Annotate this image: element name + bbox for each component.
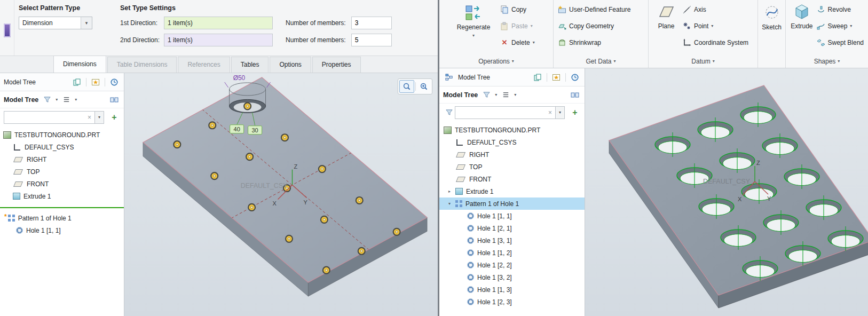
tree-item-plane-front[interactable]: FRONT	[439, 173, 585, 185]
sweep-button[interactable]: Sweep▾	[815, 18, 865, 34]
dir2-collector[interactable]: 1 item(s)	[164, 34, 273, 46]
add-filter-button[interactable]: +	[108, 112, 120, 123]
tab-references[interactable]: References	[178, 57, 230, 73]
csys-name-label[interactable]: DEFAULT_CSY	[241, 182, 288, 189]
zoom-button[interactable]	[399, 80, 414, 93]
tree-item-plane-top[interactable]: TOP	[0, 165, 124, 178]
revolve-button[interactable]: Revolve	[815, 1, 865, 18]
group-datum[interactable]: Datum▾	[649, 54, 758, 68]
pattern-member-dot[interactable]	[358, 248, 365, 255]
increment-dimension-1[interactable]: 40	[230, 125, 244, 133]
history-clock-icon[interactable]	[569, 72, 581, 83]
tab-dimensions[interactable]: Dimensions	[53, 56, 106, 73]
tab-options[interactable]: Options	[270, 57, 311, 73]
chevron-down-icon[interactable]: ▾	[56, 97, 58, 102]
zoom-in-button[interactable]	[417, 81, 431, 92]
clear-search-icon[interactable]: ×	[545, 109, 555, 116]
tree-columns-icon[interactable]	[500, 90, 511, 100]
delete-button[interactable]: ✕Delete▾	[499, 34, 550, 51]
clear-search-icon[interactable]: ×	[84, 114, 94, 121]
history-clock-icon[interactable]	[108, 77, 120, 88]
tab-tables[interactable]: Tables	[231, 57, 269, 73]
members1-input[interactable]	[351, 17, 392, 29]
tree-item-hole[interactable]: Hole 1 [1, 2]	[439, 247, 585, 259]
tree-item-hole[interactable]: Hole 1 [2, 3]	[439, 296, 585, 308]
pattern-member-dot[interactable]	[393, 228, 400, 235]
tree-item-plane-right[interactable]: RIGHT	[0, 153, 124, 165]
tree-item-plane-front[interactable]: FRONT	[0, 178, 124, 190]
tree-item-part[interactable]: TESTBUTTONGROUND.PRT	[439, 124, 585, 136]
group-get-data[interactable]: Get Data▾	[554, 54, 649, 68]
tab-properties[interactable]: Properties	[312, 57, 361, 73]
chevron-down-icon[interactable]: ▾	[850, 23, 852, 28]
chevron-down-icon[interactable]: ▾	[531, 23, 533, 28]
swept-blend-button[interactable]: Swept Blend	[815, 34, 865, 51]
pattern-member-dot[interactable]	[246, 153, 253, 160]
left-3d-scene[interactable]: Ø50	[124, 73, 438, 316]
copy-button[interactable]: Copy	[499, 1, 550, 18]
copy-geometry-button[interactable]: Copy Geometry	[556, 18, 645, 34]
pattern-member-dot[interactable]	[323, 267, 330, 274]
axis-button[interactable]: Axis	[681, 1, 750, 18]
pattern-member-dot[interactable]	[244, 102, 251, 109]
chevron-down-icon[interactable]: ▾	[472, 33, 475, 38]
chevron-down-icon[interactable]: ▾	[711, 23, 713, 28]
coordinate-system-button[interactable]: Coordinate System	[681, 34, 750, 51]
pattern-type-select[interactable]: Dimension ▾	[19, 17, 92, 29]
members2-input[interactable]	[351, 34, 392, 46]
tree-settings-icon[interactable]	[569, 90, 581, 100]
search-options-dropdown[interactable]: ▾	[95, 111, 104, 124]
chevron-down-icon[interactable]: ▾	[533, 40, 535, 45]
tree-item-extrude[interactable]: ▸Extrude 1	[439, 185, 585, 198]
tree-item-hole[interactable]: Hole 1 [3, 2]	[439, 271, 585, 283]
tree-item-hole[interactable]: Hole 1 [1, 1]	[0, 224, 124, 236]
expand-arrow-icon[interactable]: ▸	[447, 189, 452, 194]
chevron-down-icon[interactable]: ▾	[75, 97, 77, 102]
tree-item-csys[interactable]: DEFAULT_CSYS	[0, 141, 124, 153]
shrinkwrap-button[interactable]: Shrinkwrap	[556, 34, 645, 51]
filter-funnel-icon[interactable]	[443, 107, 455, 118]
search-options-dropdown[interactable]: ▾	[556, 106, 565, 119]
pattern-member-dot[interactable]	[173, 141, 180, 148]
tree-columns-icon[interactable]	[60, 94, 72, 105]
right-3d-scene[interactable]: Z X Y DEFAULT_CSY	[585, 68, 868, 316]
extrude-button[interactable]: Extrude	[788, 0, 815, 54]
chevron-down-icon[interactable]: ▾	[514, 92, 516, 97]
chevron-down-icon[interactable]: ▾	[495, 92, 497, 97]
pattern-member-dot[interactable]	[209, 122, 216, 129]
pattern-member-dot[interactable]	[356, 197, 363, 204]
group-shapes[interactable]: Shapes▾	[786, 54, 868, 68]
model-tree-tab-label[interactable]: Model Tree	[458, 74, 490, 81]
tree-item-hole[interactable]: Hole 1 [2, 1]	[439, 222, 585, 234]
pattern-member-dot[interactable]	[319, 165, 326, 172]
pattern-member-dot[interactable]	[281, 134, 288, 141]
collapse-arrow-icon[interactable]: ▾	[447, 201, 452, 206]
left-3d-viewport[interactable]: Ø50	[124, 73, 438, 316]
tree-item-plane-top[interactable]: TOP	[439, 161, 585, 173]
tree-item-hole[interactable]: Hole 1 [1, 3]	[439, 283, 585, 296]
tab-table-dimensions[interactable]: Table Dimensions	[107, 57, 177, 73]
model-tree-tab-label[interactable]: Model Tree	[4, 78, 36, 86]
tree-item-hole[interactable]: Hole 1 [2, 2]	[439, 259, 585, 271]
add-filter-button[interactable]: +	[569, 107, 581, 118]
point-button[interactable]: Point▾	[681, 18, 750, 34]
tree-item-extrude[interactable]: Extrude 1	[0, 190, 124, 202]
pattern-member-dot[interactable]	[211, 172, 218, 179]
tree-item-pattern-selected[interactable]: ▾Pattern 1 of Hole 1	[439, 198, 585, 210]
insert-locator-line[interactable]	[0, 207, 124, 208]
favorites-icon[interactable]	[550, 72, 562, 83]
layers-icon[interactable]	[71, 77, 83, 88]
tree-search-input[interactable]	[455, 109, 545, 116]
right-3d-viewport[interactable]: Z X Y DEFAULT_CSY	[585, 68, 868, 316]
pattern-member-dot[interactable]	[286, 235, 293, 242]
user-defined-feature-button[interactable]: User-Defined Feature	[556, 1, 645, 18]
tree-search-input[interactable]	[4, 114, 84, 121]
layers-icon[interactable]	[532, 72, 543, 83]
tree-item-part[interactable]: TESTBUTTONGROUND.PRT	[0, 129, 124, 141]
regenerate-button[interactable]: Regenerate ▾	[454, 1, 493, 54]
pattern-member-dot[interactable]	[248, 204, 255, 211]
tree-settings-icon[interactable]	[108, 94, 120, 105]
diameter-dimension-label[interactable]: Ø50	[233, 74, 246, 82]
dir1-collector[interactable]: 1 item(s)	[164, 17, 273, 29]
filter-funnel-icon[interactable]	[41, 94, 53, 105]
